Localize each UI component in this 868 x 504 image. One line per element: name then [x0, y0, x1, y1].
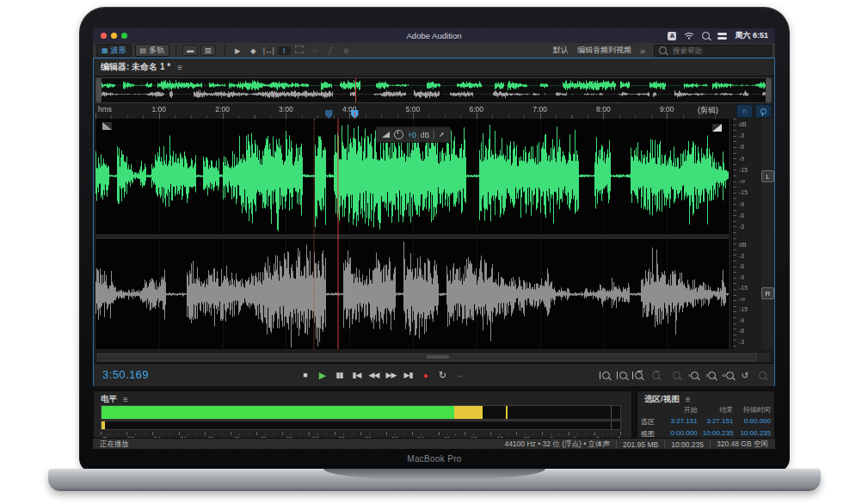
status-divider	[710, 440, 711, 448]
ruler-tick-label: 7:00	[532, 105, 547, 114]
selection-start-value[interactable]: 3:27.151	[663, 417, 698, 427]
ruler-tick-label: 6:00	[470, 105, 484, 114]
level-meter[interactable]: dB-57-54-51-48-45-42-39-36-33-30-27-24-2…	[101, 405, 621, 442]
column-header-end: 结束	[698, 405, 734, 415]
preset-dropdown[interactable]: 默认	[553, 45, 569, 56]
skip-selection-button[interactable]: ↔	[452, 371, 468, 379]
editor-panel: 编辑器: 未命名 1 * ≡ 1:002:003:004:005:006:007…	[93, 58, 775, 386]
table-corner	[641, 405, 663, 415]
zoom-disabled-button[interactable]	[755, 372, 769, 379]
clip-indicator-right	[611, 421, 612, 429]
db-scale-right: dB-3-6-9-15-∞-15-9-6-3	[739, 242, 762, 345]
editor-panel-title: 编辑器: 未命名 1 *	[101, 61, 170, 73]
skip-to-start-button[interactable]: ▮◀	[348, 371, 365, 379]
play-button[interactable]: ▶	[314, 370, 330, 381]
razor-tool-button[interactable]: ◆	[247, 46, 260, 55]
skip-to-end-button[interactable]: ▶▮	[400, 371, 416, 379]
overview-waveform	[102, 79, 766, 100]
transport-buttons: ■▶▮▮▮◀◀◀▶▶▶▮●↻↔	[297, 364, 468, 386]
db-scale-label: -3	[739, 339, 762, 345]
corner-widget-icon-right[interactable]	[712, 124, 722, 132]
hud-gain-unit: dB	[421, 131, 429, 139]
menubar-clock[interactable]: 周六 6:51	[735, 30, 768, 41]
help-search-field[interactable]	[654, 45, 772, 57]
status-divider	[664, 440, 665, 448]
clip-indicator-left	[611, 406, 612, 419]
gain-hud[interactable]: +0 dB ➚	[376, 126, 451, 143]
stop-button[interactable]: ■	[297, 371, 313, 379]
slip-tool-button[interactable]: |↔|	[262, 46, 275, 55]
horizontal-scrollbar[interactable]	[95, 352, 772, 363]
search-input[interactable]	[671, 46, 752, 56]
zoom-both-edges-button[interactable]: ‹›	[721, 372, 735, 379]
wifi-icon[interactable]	[684, 32, 694, 40]
snap-magnet-button[interactable]: ∩	[736, 104, 753, 118]
waveform-display-button[interactable]: ▬	[182, 45, 198, 56]
rewind-button[interactable]: ◀◀	[366, 371, 382, 379]
zoom-to-selection-button[interactable]	[632, 372, 649, 379]
lasso-selection-tool-button[interactable]: ○	[309, 46, 322, 55]
playhead-line[interactable]	[338, 119, 339, 349]
panel-menu-icon[interactable]: ≡	[686, 395, 691, 404]
right-channel-wave[interactable]	[95, 239, 729, 349]
record-button[interactable]: ●	[417, 371, 434, 380]
zoom-selection-alt-button[interactable]	[652, 372, 666, 379]
marquee-selection-tool-button[interactable]	[293, 46, 306, 55]
amplitude-ruler[interactable]: dB-3-6-9-15-∞-15-9-6-3 dB-3-6-9-15-∞-15-…	[732, 119, 762, 349]
ruler-tick-label: 3:00	[279, 105, 293, 114]
overview-strip[interactable]	[95, 77, 772, 103]
right-channel-button[interactable]: R	[761, 287, 774, 299]
ruler-tick-label: 5:00	[406, 105, 421, 114]
meter-bar-right-fill	[102, 421, 105, 429]
levels-panel: 电平 ≡ dB-57-54-51-48-45-42-39-36-33-30-27…	[93, 390, 632, 439]
db-scale-label: -9	[739, 274, 762, 280]
zoom-out-button[interactable]	[615, 372, 629, 379]
loop-playback-button[interactable]: ↻	[434, 370, 451, 381]
column-header-start: 开始	[663, 405, 698, 415]
paintbrush-tool-button[interactable]: ╱	[324, 46, 337, 55]
hud-gain-value[interactable]: +0	[408, 131, 416, 139]
spectral-display-button[interactable]: ▨	[200, 45, 216, 56]
time-selection-tool-button[interactable]: I	[278, 46, 291, 55]
selection-end-value[interactable]: 3:27.151	[698, 417, 734, 427]
timeline-ruler[interactable]: 1:002:003:004:005:006:007:008:009:00 hms…	[95, 103, 772, 119]
spot-healing-brush-tool-button[interactable]: ⊕	[340, 46, 353, 55]
transport-bar: 3:50.169 ■▶▮▮▮◀◀◀▶▶▶▮●↻↔ ‹›‹›↺	[94, 363, 774, 386]
spotlight-icon[interactable]	[702, 32, 710, 40]
clip-label: (剪辑)	[698, 105, 718, 116]
panel-menu-icon[interactable]: ≡	[177, 63, 182, 72]
left-channel-button[interactable]: L	[761, 170, 774, 182]
db-scale-label: -∞	[739, 178, 762, 184]
panel-menu-icon[interactable]: ≡	[123, 395, 128, 404]
pause-button[interactable]: ▮▮	[331, 371, 348, 379]
zoom-in-button[interactable]	[598, 372, 612, 379]
corner-widget-icon-left[interactable]	[102, 122, 112, 130]
file-size-info: 201.95 MB	[623, 440, 658, 449]
column-header-duration: 持续时间	[733, 405, 771, 415]
multitrack-mode-button[interactable]: ▤ 多轨	[135, 44, 170, 57]
gain-knob-icon[interactable]	[394, 130, 403, 139]
input-source-icon[interactable]: A	[668, 32, 676, 40]
workspace-dropdown[interactable]: 编辑音频到视频	[577, 45, 631, 56]
marker-pin-button[interactable]	[755, 104, 772, 118]
selection-duration-value[interactable]: 0:00.000	[733, 417, 771, 427]
overview-right-handle[interactable]	[766, 78, 771, 102]
scrollbar-grip[interactable]	[427, 355, 449, 359]
status-divider	[616, 440, 617, 448]
zoom-in-left-edge-button[interactable]: ‹	[686, 372, 700, 379]
waveform-mode-icon: ▦	[102, 46, 108, 54]
fast-forward-button[interactable]: ▶▶	[383, 371, 399, 379]
overview-left-handle[interactable]	[96, 78, 102, 102]
move-tool-button[interactable]: ▶	[231, 46, 244, 55]
hud-pin-icon[interactable]: ➚	[439, 131, 445, 138]
zoom-amplitude-button[interactable]	[669, 372, 683, 379]
control-center-icon[interactable]	[717, 33, 727, 40]
waveform-plot[interactable]: +0 dB ➚	[95, 119, 729, 349]
zoom-reset-button[interactable]: ↺	[738, 371, 752, 380]
time-display[interactable]: 3:50.169	[102, 368, 149, 381]
editor-panel-header[interactable]: 编辑器: 未命名 1 * ≡	[94, 58, 774, 77]
zoom-in-right-edge-button[interactable]: ›	[704, 372, 717, 379]
magnifier-icon	[652, 372, 660, 379]
workspace-overflow-button[interactable]: »	[640, 46, 645, 56]
waveform-mode-button[interactable]: ▦ 波形	[96, 44, 132, 57]
